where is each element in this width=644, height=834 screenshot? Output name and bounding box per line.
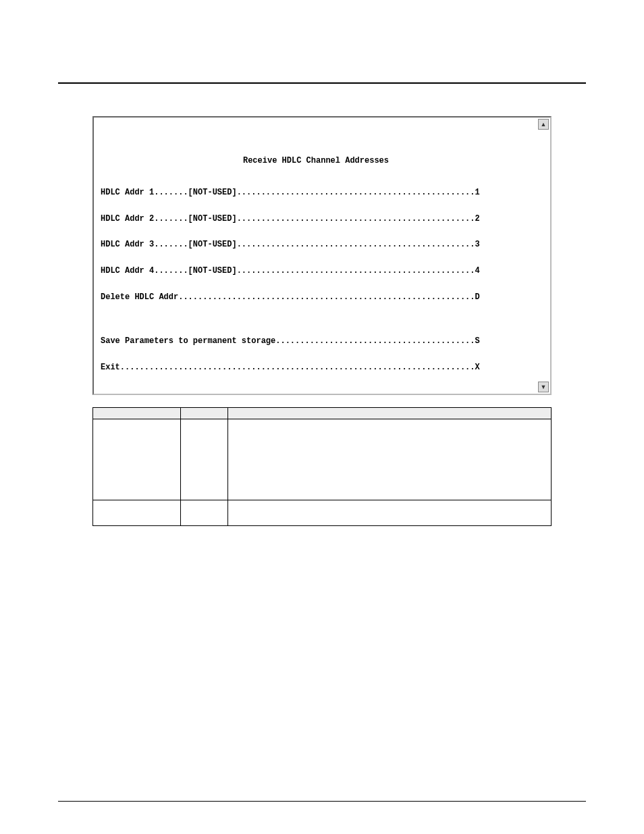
- terminal-line: Delete HDLC Addr........................…: [101, 293, 531, 302]
- cell-description: [228, 419, 552, 500]
- table-header-option: [93, 407, 181, 419]
- header-rule: [58, 82, 586, 84]
- terminal-title: Receive HDLC Channel Addresses: [101, 157, 531, 165]
- chevron-down-icon: ▼: [541, 384, 547, 390]
- terminal-screenshot: ▲ ▼ Receive HDLC Channel Addresses HDLC …: [92, 116, 552, 395]
- scroll-down-button[interactable]: ▼: [538, 382, 549, 392]
- terminal-line: Exit....................................…: [101, 363, 531, 372]
- table-header-description: [228, 407, 552, 419]
- page-footer: [58, 801, 586, 806]
- terminal-line: HDLC Addr 2.......[NOT-USED]............…: [101, 215, 531, 224]
- table-header-default: [181, 407, 228, 419]
- table-row: [93, 500, 552, 525]
- table-header-row: [93, 407, 552, 419]
- cell-default: [181, 500, 228, 525]
- terminal-line: HDLC Addr 4.......[NOT-USED]............…: [101, 267, 531, 276]
- terminal-line: HDLC Addr 1.......[NOT-USED]............…: [101, 188, 531, 197]
- cell-option: [93, 419, 181, 500]
- scrollbar[interactable]: ▲ ▼: [538, 119, 549, 392]
- cell-description: [228, 500, 552, 525]
- cell-option: [93, 500, 181, 525]
- terminal-line: Save Parameters to permanent storage....…: [101, 337, 531, 346]
- options-table: [92, 407, 552, 526]
- scroll-up-button[interactable]: ▲: [538, 119, 549, 130]
- footer-rule: [58, 801, 586, 802]
- terminal-line: HDLC Addr 3.......[NOT-USED]............…: [101, 240, 531, 249]
- chevron-up-icon: ▲: [541, 121, 547, 128]
- cell-default: [181, 419, 228, 500]
- table-row: [93, 419, 552, 500]
